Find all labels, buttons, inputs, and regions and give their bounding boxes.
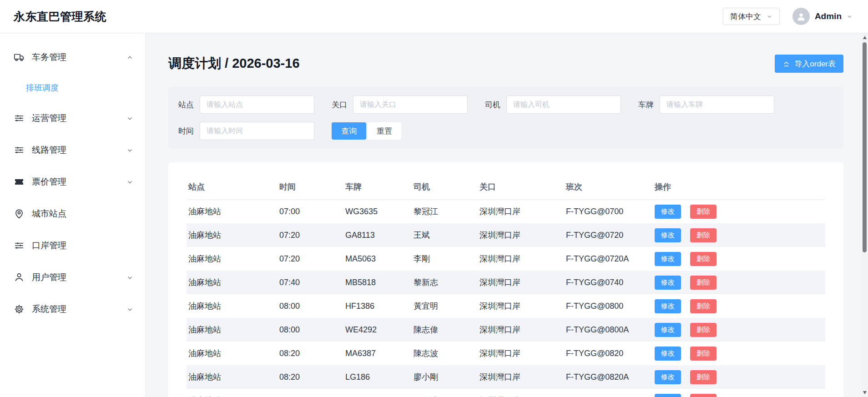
user-menu[interactable]: Admin bbox=[792, 8, 853, 25]
sidebar-item-city-stations[interactable]: 城市站点 bbox=[0, 198, 145, 230]
sidebar-item-port-mgmt[interactable]: 口岸管理 bbox=[0, 230, 145, 261]
sidebar-item-fare-mgmt[interactable]: 票价管理 bbox=[0, 166, 145, 198]
app-title: 永东直巴管理系统 bbox=[14, 9, 106, 24]
delete-button[interactable]: 删除 bbox=[690, 205, 717, 219]
table-cell: MA6387 bbox=[343, 342, 412, 365]
actions-cell: 修改删除 bbox=[653, 223, 825, 247]
column-header-shift: 班次 bbox=[564, 174, 653, 200]
time-filter-input[interactable] bbox=[200, 122, 314, 140]
chevron-down-icon bbox=[767, 14, 772, 20]
table-cell: MB5818 bbox=[343, 271, 412, 294]
edit-button[interactable]: 修改 bbox=[655, 347, 681, 361]
sidebar-item-label: 线路管理 bbox=[32, 144, 66, 156]
bus-icon bbox=[14, 52, 25, 63]
sidebar-item-label: 城市站点 bbox=[32, 208, 66, 220]
delete-button[interactable]: 删除 bbox=[690, 276, 717, 290]
edit-button[interactable]: 修改 bbox=[655, 323, 681, 337]
import-order-button[interactable]: 导入order表 bbox=[775, 55, 843, 73]
sidebar-item-route-mgmt[interactable]: 线路管理 bbox=[0, 134, 145, 166]
language-selector[interactable]: 简体中文 bbox=[723, 8, 780, 25]
table-cell: 深圳灣口岸 bbox=[478, 247, 564, 271]
table-cell: 吳金成 bbox=[412, 389, 478, 397]
edit-button[interactable]: 修改 bbox=[655, 276, 681, 290]
edit-button[interactable]: 修改 bbox=[655, 394, 681, 397]
column-header-plate: 车牌 bbox=[343, 174, 412, 200]
scrollbar-thumb[interactable] bbox=[863, 42, 867, 252]
sidebar-item-system-mgmt[interactable]: 系统管理 bbox=[0, 293, 145, 325]
sidebar-item-vehicle-mgmt[interactable]: 车务管理 bbox=[0, 41, 145, 73]
sidebar-item-label: 口岸管理 bbox=[32, 240, 66, 251]
table-row: 油麻地站07:20GA8113王斌深圳灣口岸F-TYGG@0720修改删除 bbox=[187, 223, 825, 247]
table-row: 油麻地站08:00HF1386黃宜明深圳灣口岸F-TYGG@0800修改删除 bbox=[187, 294, 825, 318]
table-cell: 07:40 bbox=[278, 271, 343, 294]
top-header: 永东直巴管理系统 简体中文 Admin bbox=[0, 0, 868, 33]
chevron-down-icon bbox=[126, 115, 133, 122]
gear-icon bbox=[14, 304, 25, 315]
table-cell: WU1900 bbox=[343, 389, 412, 397]
table-cell: 深圳灣口岸 bbox=[478, 318, 564, 342]
delete-button[interactable]: 删除 bbox=[690, 323, 717, 337]
chevron-down-icon bbox=[126, 147, 133, 154]
scrollbar-up-arrow[interactable] bbox=[863, 36, 867, 39]
scrollbar-track[interactable] bbox=[862, 33, 868, 397]
edit-button[interactable]: 修改 bbox=[655, 205, 681, 219]
ticket-icon bbox=[14, 176, 25, 187]
sidebar-item-label: 用户管理 bbox=[32, 271, 66, 283]
table-row: 油麻地站07:40MB5818黎新志深圳灣口岸F-TYGG@0740修改删除 bbox=[187, 271, 825, 294]
delete-button[interactable]: 删除 bbox=[690, 299, 717, 313]
schedule-table: 站点 时间 车牌 司机 关口 班次 操作 油麻地站07:00WG3635黎冠江深… bbox=[187, 174, 825, 397]
table-cell: F-TYGG@0800A bbox=[564, 318, 653, 342]
delete-button[interactable]: 删除 bbox=[690, 347, 717, 361]
filter-label-port: 关口 bbox=[332, 100, 347, 110]
language-selector-value: 简体中文 bbox=[730, 11, 761, 22]
filter-label-plate: 车牌 bbox=[638, 100, 654, 110]
sliders-icon bbox=[14, 240, 25, 251]
table-cell: 08:20 bbox=[278, 342, 343, 365]
port-filter-input[interactable] bbox=[353, 95, 468, 114]
page-title: 调度计划 / 2026-03-16 bbox=[168, 55, 300, 73]
table-cell: 深圳灣口岸 bbox=[478, 342, 564, 365]
chevron-down-icon bbox=[126, 179, 133, 186]
edit-button[interactable]: 修改 bbox=[655, 299, 681, 313]
scrollbar-down-arrow[interactable] bbox=[863, 391, 867, 394]
table-row: 油麻地站07:00WG3635黎冠江深圳灣口岸F-TYGG@0700修改删除 bbox=[187, 200, 825, 223]
table-cell: 08:40 bbox=[278, 389, 343, 397]
column-header-port: 关口 bbox=[478, 174, 564, 200]
table-cell: 黎冠江 bbox=[412, 200, 478, 223]
actions-cell: 修改删除 bbox=[653, 318, 825, 342]
avatar bbox=[792, 8, 810, 25]
table-cell: 07:00 bbox=[278, 200, 343, 223]
sidebar-item-user-mgmt[interactable]: 用户管理 bbox=[0, 261, 145, 293]
driver-filter-input[interactable] bbox=[506, 95, 621, 114]
edit-button[interactable]: 修改 bbox=[655, 370, 681, 384]
reset-button[interactable]: 重置 bbox=[368, 122, 401, 140]
table-row: 油麻地站07:20MA5063李剛深圳灣口岸F-TYGG@0720A修改删除 bbox=[187, 247, 825, 271]
schedule-table-card: 站点 时间 车牌 司机 关口 班次 操作 油麻地站07:00WG3635黎冠江深… bbox=[168, 162, 843, 397]
table-cell: F-TYGG@0740 bbox=[564, 271, 653, 294]
actions-cell: 修改删除 bbox=[653, 342, 825, 365]
table-cell: 李剛 bbox=[412, 247, 478, 271]
table-cell: F-TYGG@0720 bbox=[564, 223, 653, 247]
table-cell: 08:00 bbox=[278, 294, 343, 318]
edit-button[interactable]: 修改 bbox=[655, 228, 681, 242]
table-cell: F-TYGG@0800 bbox=[564, 294, 653, 318]
sidebar-item-shift-dispatch[interactable]: 排班调度 bbox=[0, 73, 145, 102]
table-cell: GA8113 bbox=[343, 223, 412, 247]
table-cell: WE4292 bbox=[343, 318, 412, 342]
table-cell: 油麻地站 bbox=[187, 200, 278, 223]
delete-button[interactable]: 删除 bbox=[690, 370, 717, 384]
delete-button[interactable]: 删除 bbox=[690, 252, 717, 266]
plate-filter-input[interactable] bbox=[660, 95, 774, 114]
delete-button[interactable]: 删除 bbox=[690, 394, 717, 397]
table-cell: 陳志波 bbox=[412, 342, 478, 365]
station-filter-input[interactable] bbox=[200, 95, 314, 114]
actions-cell: 修改删除 bbox=[653, 200, 825, 223]
table-cell: 深圳灣口岸 bbox=[478, 294, 564, 318]
delete-button[interactable]: 删除 bbox=[690, 228, 717, 242]
search-button[interactable]: 查询 bbox=[332, 122, 366, 140]
sidebar-item-operations-mgmt[interactable]: 运营管理 bbox=[0, 102, 145, 134]
table-cell: 黃宜明 bbox=[412, 294, 478, 318]
table-cell: 深圳灣口岸 bbox=[478, 389, 564, 397]
user-icon bbox=[14, 272, 25, 283]
edit-button[interactable]: 修改 bbox=[655, 252, 681, 266]
